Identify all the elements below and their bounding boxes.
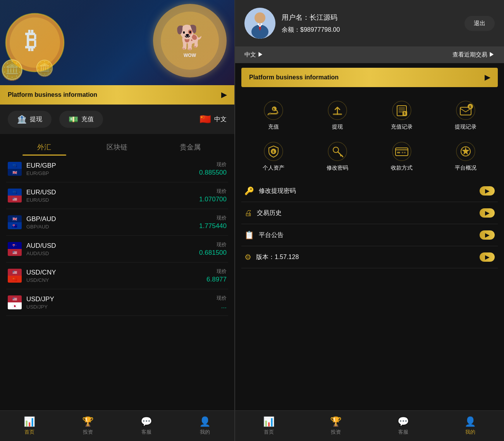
bottom-nav-right: 📊 首页 🏆 投资 💬 客服 👤 我的: [235, 410, 504, 441]
currency-sub: GBP/AUD: [26, 224, 199, 230]
grid-personal-assets[interactable]: $ 个人资产: [241, 136, 306, 177]
grid-payment-method[interactable]: 收款方式: [370, 136, 434, 177]
list-item[interactable]: 🇪🇺 🇬🇧 EUR/GBP EUR/GBP 现价 0.885500: [6, 156, 228, 182]
platform-notice-arrow[interactable]: ▶: [480, 230, 495, 240]
tab-precious[interactable]: 贵金属: [154, 139, 227, 156]
nav-mine-label-right: 我的: [465, 429, 475, 436]
deposit-icon: 💵: [69, 115, 78, 124]
tab-forex[interactable]: 外汇: [8, 139, 81, 156]
nav-home-left[interactable]: 📊 首页: [0, 414, 58, 438]
grid-withdraw-record[interactable]: $ 提现记录: [434, 95, 498, 136]
lang-selector-right[interactable]: 中文 ▶: [244, 51, 263, 58]
svg-text:$: $: [404, 112, 406, 115]
price-label: 现价: [199, 214, 227, 221]
left-panel: ₿ 🐕 WOW 🪙 🪙 Platform business informatio…: [0, 0, 234, 441]
platform-info-arrow-right: ▶: [485, 73, 490, 82]
withdraw-grid-icon: [327, 100, 347, 120]
flag-usd-jpy: 🇺🇸 🇯🇵: [8, 295, 22, 309]
list-item[interactable]: 🇺🇸 🇯🇵 USD/JPY USD/JPY 现价 ...: [6, 289, 228, 316]
recent-trades-button[interactable]: 查看近期交易 ▶: [452, 51, 495, 58]
flag-gbp-aud: 🇬🇧 🇦🇺: [8, 215, 22, 229]
deposit-record-grid-icon: $: [392, 100, 412, 120]
grid-deposit[interactable]: $ 充值: [241, 95, 306, 136]
svg-rect-38: [404, 152, 406, 153]
nav-mine-left[interactable]: 👤 我的: [176, 414, 234, 438]
menu-item-platform-notice[interactable]: 📋 平台公告 ▶: [241, 224, 498, 246]
grid-deposit-record[interactable]: $ 充值记录: [370, 95, 434, 136]
currency-pair: AUD/USD: [26, 242, 199, 250]
grid-deposit-label: 充值: [268, 124, 279, 130]
svg-rect-37: [402, 152, 403, 153]
version-arrow[interactable]: ▶: [480, 252, 495, 262]
mine-icon-right: 👤: [464, 416, 476, 427]
currency-list: 🇪🇺 🇬🇧 EUR/GBP EUR/GBP 现价 0.885500 🇪🇺: [0, 156, 234, 410]
withdraw-label: 提现: [30, 115, 42, 124]
menu-item-change-withdraw-pw[interactable]: 🔑 修改提现密码 ▶: [241, 180, 498, 202]
svg-point-21: [456, 101, 475, 120]
list-item[interactable]: 🇬🇧 🇦🇺 GBP/AUD GBP/AUD 现价 1.775440: [6, 209, 228, 236]
hero-banner: ₿ 🐕 WOW 🪙 🪙: [0, 0, 234, 85]
nav-invest-left[interactable]: 🏆 投资: [58, 414, 117, 438]
change-withdraw-pw-icon: 🔑: [244, 186, 254, 196]
balance: 余额：$98977798.00: [282, 26, 458, 34]
lang-text-right: 中文 ▶: [244, 51, 263, 58]
deposit-button[interactable]: 💵 充值: [59, 111, 103, 128]
platform-info-bar-left[interactable]: Platform business information ▶: [0, 85, 234, 105]
nav-invest-label: 投资: [83, 429, 93, 436]
change-withdraw-pw-arrow[interactable]: ▶: [480, 186, 495, 196]
platform-notice-text: 平台公告: [259, 231, 480, 239]
payment-method-grid-icon: [392, 141, 412, 161]
username: 用户名：长江源码: [282, 13, 458, 22]
currency-pair: USD/JPY: [26, 295, 217, 303]
nav-home-right[interactable]: 📊 首页: [235, 414, 303, 438]
trade-history-icon: 🖨: [244, 209, 252, 218]
home-icon: 📊: [24, 416, 35, 427]
trade-history-arrow[interactable]: ▶: [480, 208, 495, 218]
withdraw-button[interactable]: 🏦 提现: [8, 111, 52, 128]
list-item[interactable]: 🇦🇺 🇺🇸 AUD/USD AUD/USD 现价 0.681500: [6, 236, 228, 263]
grid-platform-overview-label: 平台概况: [455, 165, 476, 172]
price-label: 现价: [199, 241, 227, 248]
version-icon: ⚙: [244, 252, 251, 262]
grid-withdraw-label: 提现: [332, 124, 343, 130]
nav-service-left[interactable]: 💬 客服: [117, 414, 176, 438]
list-item[interactable]: 🇺🇸 🇨🇳 USD/CNY USD/CNY 现价 6.8977: [6, 263, 228, 289]
logout-button[interactable]: 退出: [464, 16, 495, 31]
grid-withdraw[interactable]: 提现: [306, 95, 370, 136]
price-label: 现价: [217, 295, 227, 302]
nav-service-right[interactable]: 💬 客服: [370, 414, 437, 438]
platform-info-bar-right[interactable]: Platform business information ▶: [241, 68, 498, 87]
currency-pair: EUR/GBP: [26, 162, 199, 170]
icon-grid: $ 充值 提现: [235, 92, 504, 180]
svg-rect-36: [397, 152, 400, 153]
lang-button-left[interactable]: 🇨🇳 中文: [200, 114, 227, 125]
svg-rect-13: [333, 113, 342, 115]
price-value: 1.775440: [199, 222, 227, 230]
price-value: 1.070700: [199, 196, 227, 203]
change-password-grid-icon: [327, 141, 347, 161]
currency-sub: USD/JPY: [26, 304, 217, 310]
grid-deposit-record-label: 充值记录: [391, 124, 413, 130]
nav-mine-right[interactable]: 👤 我的: [437, 414, 504, 438]
version-text: 版本：1.57.128: [256, 253, 480, 261]
svg-text:$: $: [273, 107, 275, 111]
service-icon: 💬: [141, 416, 152, 427]
svg-text:$: $: [469, 105, 471, 109]
currency-pair: USD/CNY: [26, 269, 206, 276]
menu-item-trade-history[interactable]: 🖨 交易历史 ▶: [241, 202, 498, 224]
right-panel: 用户名：长江源码 余额：$98977798.00 退出 中文 ▶ 查看近期交易 …: [235, 0, 504, 441]
menu-item-version[interactable]: ⚙ 版本：1.57.128 ▶: [241, 246, 498, 268]
price-value: 0.681500: [199, 249, 227, 257]
tab-blockchain[interactable]: 区块链: [81, 139, 153, 156]
price-label: 现价: [199, 188, 227, 195]
platform-info-arrow-left: ▶: [221, 91, 227, 99]
currency-pair: GBP/AUD: [26, 215, 199, 223]
user-card: 用户名：长江源码 余额：$98977798.00 退出: [235, 0, 504, 46]
price-value: ...: [217, 302, 227, 310]
currency-sub: USD/CNY: [26, 277, 206, 283]
grid-change-password[interactable]: 修改密码: [306, 136, 370, 177]
list-item[interactable]: 🇪🇺 🇺🇸 EUR/USD EUR/USD 现价 1.070700: [6, 182, 228, 209]
nav-invest-right[interactable]: 🏆 投资: [303, 414, 370, 438]
currency-sub: EUR/GBP: [26, 170, 199, 176]
grid-platform-overview[interactable]: 平台概况: [434, 136, 498, 177]
